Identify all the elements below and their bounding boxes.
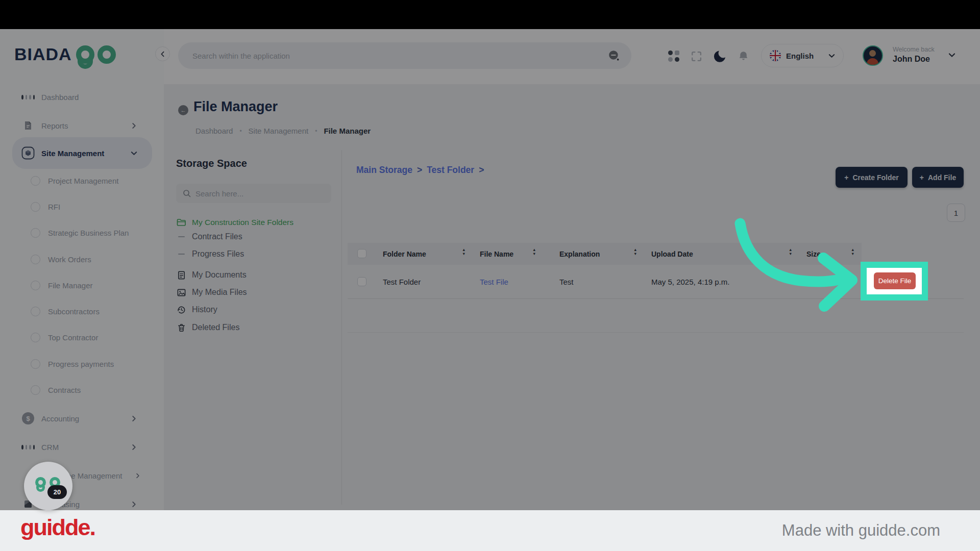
footer-bar: guidde. Made with guidde.com [0,510,980,551]
guidde-widget-bubble[interactable] [24,462,72,510]
made-with-credit: Made with guidde.com [782,521,940,540]
delete-file-button[interactable]: Delete File [874,272,916,289]
screen: BIADA go [0,0,980,551]
widget-step-badge: 20 [47,485,67,499]
top-black-bar [0,0,980,29]
dim-overlay [0,29,980,510]
guidde-logo: guidde. [20,514,95,541]
